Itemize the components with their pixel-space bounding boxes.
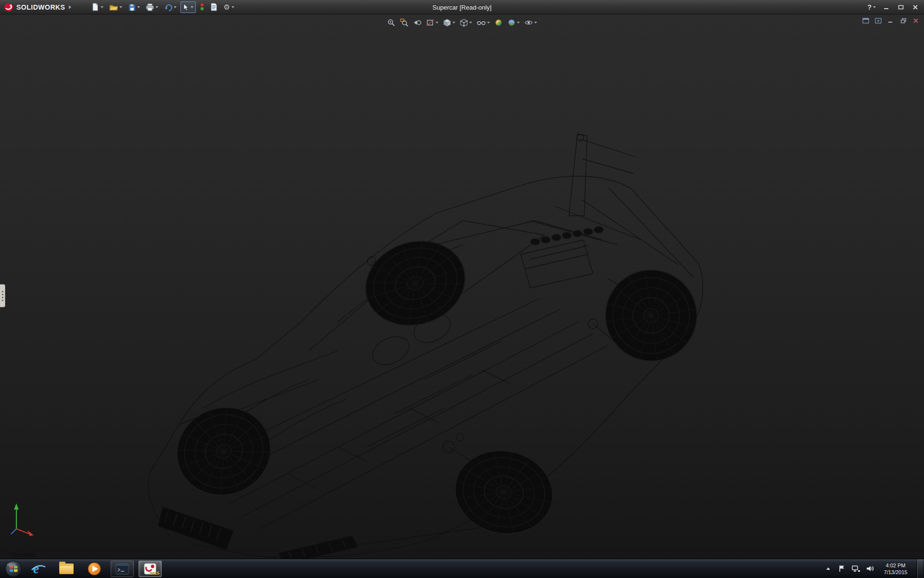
grip-dot [2, 294, 3, 295]
open-button[interactable] [107, 1, 124, 13]
view-settings-eye-icon [524, 18, 533, 27]
display-style-icon [460, 18, 468, 27]
app-logo[interactable]: SOLIDWORKS [0, 2, 76, 12]
rebuild-stoplight-icon [200, 3, 205, 11]
print-button[interactable] [144, 1, 160, 13]
solidworks-desktop: { "titlebar": { "app_name": "SOLIDWORKS"… [0, 0, 924, 578]
document-window-controls [860, 16, 921, 25]
full-screen-icon [875, 18, 882, 24]
show-desktop-button[interactable] [917, 559, 923, 578]
apply-scene-dropdown-icon[interactable] [517, 22, 520, 24]
rebuild-button[interactable] [198, 1, 206, 13]
full-screen-button[interactable] [873, 16, 884, 25]
apply-scene-sphere-icon [507, 18, 516, 27]
edit-appearance-button[interactable] [493, 17, 504, 28]
previous-view-button[interactable] [411, 17, 423, 28]
maximize-icon [898, 4, 904, 10]
windows-taskbar: e [0, 559, 924, 578]
expand-flyout-button[interactable] [860, 16, 871, 25]
featuremanager-collapsed-tab[interactable] [0, 284, 5, 307]
doc-restore-button[interactable] [898, 16, 909, 25]
section-view-button[interactable] [424, 17, 440, 28]
action-center-flag-icon[interactable] [838, 565, 846, 573]
show-hidden-icons-button[interactable] [824, 564, 833, 574]
taskbar-item-media-player[interactable] [83, 561, 106, 577]
minimize-button[interactable] [880, 2, 893, 13]
file-explorer-folder-icon [59, 564, 74, 574]
new-document-icon [91, 3, 99, 11]
doc-close-icon [913, 18, 919, 24]
app-name: SOLIDWORKS [16, 3, 65, 11]
doc-minimize-button[interactable] [886, 16, 896, 25]
print-icon [146, 3, 154, 11]
zoom-to-area-icon [400, 18, 409, 27]
hide-show-glasses-icon [476, 18, 486, 27]
options-button[interactable]: ⚙ [221, 1, 236, 13]
hide-show-dropdown-icon[interactable] [487, 22, 490, 24]
svg-text:e: e [33, 562, 39, 576]
undo-button[interactable] [162, 1, 179, 13]
network-icon[interactable] [851, 565, 860, 573]
titlebar-controls: ? [864, 0, 922, 14]
taskbar-item-file-explorer[interactable] [55, 561, 78, 577]
previous-view-icon [413, 18, 422, 27]
section-view-dropdown-icon[interactable] [436, 22, 438, 24]
new-document-button[interactable] [90, 1, 105, 13]
graphics-area[interactable]: *Trimetric [0, 14, 924, 559]
volume-icon[interactable] [866, 565, 874, 573]
taskbar-item-solidworks[interactable]: 2015 [139, 561, 162, 577]
view-orientation-dropdown-icon[interactable] [452, 22, 455, 24]
taskbar-clock[interactable]: 4:02 PM 7/13/2015 [880, 562, 911, 576]
titlebar: SOLIDWORKS [0, 0, 924, 14]
solidworks-version-badge: 2015 [150, 571, 159, 576]
save-button[interactable] [126, 1, 142, 13]
menu-expander-icon[interactable] [69, 5, 71, 9]
undo-dropdown-icon[interactable] [174, 6, 177, 8]
select-tool-button[interactable] [180, 1, 196, 13]
close-button[interactable] [909, 2, 922, 13]
reference-triad [9, 501, 38, 539]
view-orientation-cube-icon [443, 18, 451, 27]
solidworks-3ds-logo-icon [4, 2, 13, 12]
new-dropdown-icon[interactable] [101, 6, 103, 8]
windows-start-orb-icon [5, 560, 22, 578]
section-view-icon [426, 18, 435, 27]
select-dropdown-icon[interactable] [191, 6, 193, 8]
taskbar-item-command-window[interactable] [111, 561, 134, 577]
view-settings-dropdown-icon[interactable] [534, 22, 537, 24]
taskbar-item-internet-explorer[interactable]: e [27, 561, 50, 577]
close-icon [912, 4, 918, 10]
file-properties-icon [210, 3, 218, 11]
hide-show-items-button[interactable] [475, 17, 491, 28]
help-button[interactable]: ? [864, 3, 879, 11]
zoom-to-fit-button[interactable] [385, 17, 397, 28]
doc-close-button[interactable] [911, 16, 921, 25]
save-dropdown-icon[interactable] [137, 6, 140, 8]
options-dropdown-icon[interactable] [231, 6, 234, 8]
display-style-button[interactable] [458, 17, 474, 28]
view-settings-button[interactable] [523, 17, 539, 28]
start-button[interactable] [0, 559, 27, 578]
save-floppy-icon [128, 3, 136, 11]
taskbar-items: e [27, 559, 162, 578]
zoom-to-fit-icon [387, 18, 396, 27]
apply-scene-button[interactable] [506, 17, 521, 28]
grip-dot [2, 300, 3, 301]
minimize-icon [884, 4, 889, 10]
select-cursor-icon [183, 3, 189, 11]
display-style-dropdown-icon[interactable] [469, 22, 472, 24]
wireframe-car-model [0, 14, 924, 559]
media-player-icon [87, 562, 102, 576]
open-dropdown-icon[interactable] [119, 6, 122, 8]
help-glyph: ? [867, 3, 872, 11]
system-tray: 4:02 PM 7/13/2015 [824, 559, 924, 578]
help-dropdown-icon[interactable] [873, 6, 876, 8]
file-properties-button[interactable] [208, 1, 219, 13]
open-folder-icon [109, 3, 118, 11]
zoom-to-area-button[interactable] [398, 17, 410, 28]
print-dropdown-icon[interactable] [155, 6, 158, 8]
expand-flyout-icon [862, 18, 869, 24]
clock-time: 4:02 PM [886, 562, 906, 569]
maximize-button[interactable] [894, 2, 908, 13]
view-orientation-button[interactable] [441, 17, 457, 28]
